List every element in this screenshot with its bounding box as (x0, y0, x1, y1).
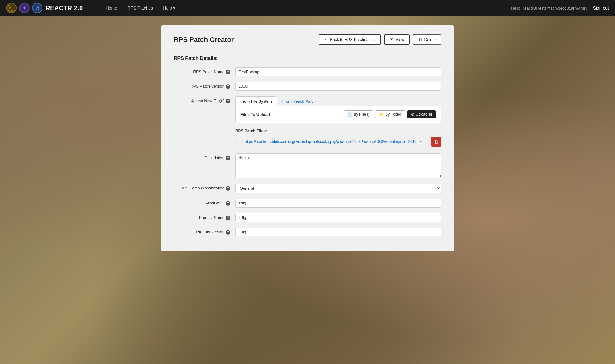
classification-label: RPS Patch Classification ? (174, 184, 235, 191)
nav-help-label: Help (163, 6, 172, 10)
product-name-help-icon[interactable]: ? (226, 216, 230, 220)
delete-file-button[interactable]: 🗑 (431, 137, 441, 147)
description-row: Description ? (174, 153, 441, 178)
patch-files-row: RPS Patch Files: 1. https://reactrdev.bl… (174, 129, 441, 148)
user-email: Hello ReactrUITests@scmpeoc3t.army.mil! (511, 6, 587, 10)
patch-file-item: 1. https://reactrdev.blob.core.usgovclou… (235, 136, 441, 148)
patch-files-section: RPS Patch Files: 1. https://reactrdev.bl… (235, 129, 441, 148)
circle-icon: ◎ (32, 3, 42, 13)
product-id-help-icon[interactable]: ? (226, 201, 230, 206)
by-file-button[interactable]: 📄 By File(s) (344, 110, 374, 118)
patch-version-input[interactable] (235, 82, 441, 91)
navbar: ★USARMY ✦ ◎ REACTR 2.0 Home RPS Patches … (0, 0, 615, 16)
patch-files-label: RPS Patch Files: (235, 129, 441, 133)
app-name: REACTR 2.0 (46, 5, 83, 12)
product-version-input[interactable] (235, 228, 441, 236)
product-id-label: Product ID ? (174, 199, 235, 206)
folder-icon: 📁 (379, 112, 384, 117)
classification-help-icon[interactable]: ? (226, 186, 230, 191)
back-arrow-icon: ← (324, 37, 328, 42)
tab-reactr-patch[interactable]: From Reactr Patch (277, 96, 321, 106)
upload-tab-content: Files To Upload 📄 By File(s) 📁 By Folder (235, 106, 441, 123)
classification-select[interactable]: General Confidential Secret (235, 184, 441, 193)
files-to-upload-label: Files To Upload (240, 112, 270, 117)
trash-icon: 🗑 (434, 140, 438, 144)
sign-out-button[interactable]: Sign out (593, 6, 609, 10)
header-buttons: ← Back to RPS Patches List 👁 View 🗑 Dele… (319, 34, 441, 45)
star-icon: ✦ (19, 3, 30, 13)
view-icon: 👁 (390, 37, 394, 42)
back-button[interactable]: ← Back to RPS Patches List (319, 34, 381, 45)
nav-help[interactable]: Help ▾ (159, 3, 180, 13)
classification-row: RPS Patch Classification ? General Confi… (174, 184, 441, 193)
files-to-upload-header: Files To Upload 📄 By File(s) 📁 By Folder (240, 110, 436, 118)
navbar-right: Hello ReactrUITests@scmpeoc3t.army.mil! … (511, 6, 609, 10)
page-header: RPS Patch Creator ← Back to RPS Patches … (174, 34, 441, 49)
patch-name-label: RPS Patch Name ? (174, 67, 235, 74)
army-icon: ★USARMY (6, 3, 17, 13)
upload-all-button[interactable]: ⊙ Upload all (407, 110, 436, 118)
nav-home[interactable]: Home (101, 3, 121, 13)
description-label: Description ? (174, 153, 235, 160)
delete-button-label: Delete (424, 37, 436, 42)
patch-name-help-icon[interactable]: ? (226, 70, 230, 74)
back-button-label: Back to RPS Patches List (330, 37, 375, 42)
patch-version-help-icon[interactable]: ? (226, 84, 230, 89)
upload-all-label: Upload all (416, 112, 432, 117)
product-name-label: Product Name ? (174, 213, 235, 220)
product-name-input[interactable] (235, 213, 441, 222)
delete-button[interactable]: 🗑 Delete (413, 34, 441, 45)
by-folder-label: By Folder (385, 112, 401, 117)
upload-all-icon: ⊙ (411, 112, 414, 117)
description-help-icon[interactable]: ? (226, 156, 230, 160)
product-version-row: Product Version ? (174, 228, 441, 236)
upload-files-row: Upload New File(s) ? From File System Fr… (174, 96, 441, 123)
patch-name-input[interactable] (235, 67, 441, 76)
upload-section: From File System From Reactr Patch Files… (235, 96, 441, 123)
navbar-nav: Home RPS Patches Help ▾ (101, 3, 180, 13)
delete-icon: 🗑 (418, 37, 422, 42)
product-version-label: Product Version ? (174, 228, 235, 235)
view-button-label: View (395, 37, 404, 42)
patch-files-spacer (174, 129, 235, 131)
product-version-help-icon[interactable]: ? (226, 230, 230, 235)
tab-filesystem[interactable]: From File System (235, 96, 277, 106)
by-folder-button[interactable]: 📁 By Folder (375, 110, 405, 118)
patch-name-row: RPS Patch Name ? (174, 67, 441, 76)
upload-buttons: 📄 By File(s) 📁 By Folder ⊙ Upload all (344, 110, 436, 118)
upload-files-label: Upload New File(s) ? (174, 96, 235, 103)
page-title: RPS Patch Creator (174, 36, 234, 44)
nav-rps-patches[interactable]: RPS Patches (123, 3, 157, 13)
upload-tabs: From File System From Reactr Patch (235, 96, 441, 106)
view-button[interactable]: 👁 View (384, 34, 410, 45)
upload-files-help-icon[interactable]: ? (226, 99, 230, 103)
navbar-brand: ★USARMY ✦ ◎ REACTR 2.0 (6, 3, 92, 13)
file-icon: 📄 (348, 112, 352, 117)
description-textarea[interactable] (235, 153, 441, 178)
product-id-row: Product ID ? (174, 199, 441, 208)
by-file-label: By File(s) (354, 112, 370, 117)
patch-file-link[interactable]: https://reactrdev.blob.core.usgovcloudap… (245, 140, 423, 144)
patch-version-label: RPS Patch Version ? (174, 82, 235, 89)
patch-version-row: RPS Patch Version ? (174, 82, 441, 91)
section-title: RPS Patch Details: (174, 56, 441, 61)
content-panel: RPS Patch Creator ← Back to RPS Patches … (161, 25, 454, 251)
product-id-input[interactable] (235, 199, 441, 208)
nav-help-chevron: ▾ (173, 6, 175, 10)
main-wrapper: RPS Patch Creator ← Back to RPS Patches … (0, 16, 615, 263)
product-name-row: Product Name ? (174, 213, 441, 222)
navbar-icons: ★USARMY ✦ ◎ (6, 3, 42, 13)
